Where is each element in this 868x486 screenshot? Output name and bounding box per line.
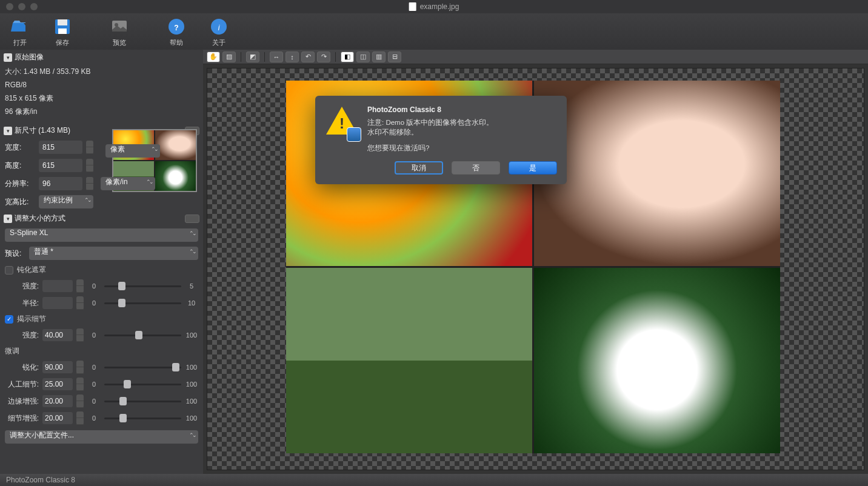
- sharpness-slider[interactable]: [104, 361, 181, 373]
- original-mode: RGB/8: [0, 78, 203, 92]
- view-split-double-button[interactable]: ▥: [372, 52, 386, 62]
- height-row: 高度:: [0, 156, 203, 175]
- save-button[interactable]: 保存: [47, 16, 78, 47]
- um-intensity-slider[interactable]: [104, 280, 181, 292]
- preset-row: 预设: 普通 *: [0, 244, 203, 262]
- width-row: 宽度:: [0, 138, 203, 156]
- rotate-ccw-button[interactable]: ↶: [301, 52, 315, 62]
- chevron-down-icon[interactable]: ▾: [4, 53, 12, 62]
- artificial-input[interactable]: [42, 378, 73, 390]
- close-window-icon[interactable]: [6, 3, 13, 10]
- save-label: 保存: [56, 38, 69, 47]
- unsharp-mask-row: 钝化遮罩: [0, 262, 203, 278]
- flip-h-button[interactable]: ↔: [270, 52, 283, 62]
- dialog-no-button[interactable]: 否: [452, 161, 500, 175]
- um-radius-stepper[interactable]: [76, 296, 84, 310]
- resize-profile-select[interactable]: 调整大小配置文件...: [5, 430, 198, 444]
- preset-select[interactable]: 普通 *: [29, 247, 198, 260]
- zoom-window-icon[interactable]: [30, 3, 38, 10]
- detail-boost-input[interactable]: [42, 412, 73, 424]
- resolution-unit-select[interactable]: 像素/in: [101, 177, 155, 190]
- crop-tool-button[interactable]: ◩: [246, 52, 259, 62]
- aspect-select[interactable]: 约束比例: [39, 195, 93, 208]
- detail-boost-stepper[interactable]: [76, 411, 84, 425]
- help-icon: ?: [166, 16, 187, 37]
- view-single-button[interactable]: ◧: [341, 52, 354, 62]
- finetune-label: 微调: [5, 346, 19, 356]
- section-method-header[interactable]: ▾ 调整大小的方式: [0, 211, 203, 226]
- save-icon: [52, 16, 73, 37]
- resolution-stepper[interactable]: [86, 177, 93, 190]
- rd-intensity-stepper[interactable]: [76, 328, 84, 342]
- svg-rect-1: [58, 19, 67, 25]
- width-input[interactable]: [39, 141, 82, 154]
- sharpness-label: 锐化:: [5, 362, 39, 373]
- height-label: 高度:: [5, 161, 35, 171]
- window-title: example.jpg: [409, 2, 459, 11]
- reveal-detail-label: 揭示细节: [17, 314, 46, 324]
- chevron-down-icon[interactable]: ▾: [4, 127, 12, 135]
- original-size: 大小: 1.43 MB / 353.79 KB: [0, 65, 203, 78]
- help-label: 帮助: [170, 38, 183, 47]
- view-split-h-button[interactable]: ⊟: [388, 52, 401, 62]
- um-radius-input[interactable]: [42, 297, 73, 309]
- algorithm-select[interactable]: S-Spline XL: [5, 228, 198, 242]
- open-button[interactable]: 打开: [5, 16, 35, 47]
- reveal-detail-checkbox[interactable]: ✓: [5, 315, 13, 324]
- rd-intensity-slider[interactable]: [104, 329, 181, 341]
- unit-select[interactable]: 像素: [105, 144, 160, 158]
- edge-boost-label: 边缘增强:: [5, 396, 39, 407]
- aspect-label: 宽高比:: [5, 197, 35, 207]
- warning-icon: !: [325, 105, 359, 139]
- dialog-cancel-button[interactable]: 取消: [395, 161, 443, 175]
- height-stepper[interactable]: [86, 159, 93, 172]
- view-split-v-button[interactable]: ◫: [356, 52, 370, 62]
- rd-intensity-input[interactable]: [42, 329, 73, 341]
- preview-button[interactable]: 预览: [104, 16, 135, 47]
- edge-boost-row: 边缘增强: 0 100: [0, 393, 203, 410]
- original-dimensions: 815 x 615 像素: [0, 92, 203, 105]
- about-label: 关于: [212, 38, 225, 47]
- um-radius-slider[interactable]: [104, 297, 181, 309]
- detail-boost-slider[interactable]: [104, 412, 181, 424]
- edge-boost-input[interactable]: [42, 395, 73, 407]
- um-radius-label: 半径:: [5, 298, 39, 308]
- main-toolbar: 打开 保存 预览 ? 帮助 i 关于: [0, 13, 868, 50]
- rotate-cw-button[interactable]: ↷: [317, 52, 330, 62]
- edge-boost-stepper[interactable]: [76, 394, 84, 408]
- artificial-stepper[interactable]: [76, 378, 84, 391]
- chevron-down-icon[interactable]: ▾: [4, 215, 12, 223]
- help-button[interactable]: ? 帮助: [161, 16, 192, 47]
- minimize-window-icon[interactable]: [18, 3, 25, 10]
- hand-tool-button[interactable]: ✋: [207, 52, 220, 62]
- width-stepper[interactable]: [86, 141, 93, 154]
- preset-label: 预设:: [5, 248, 25, 259]
- edge-boost-slider[interactable]: [104, 395, 181, 407]
- sharpness-stepper[interactable]: [76, 361, 84, 374]
- marquee-tool-button[interactable]: ▨: [222, 52, 236, 62]
- image-quadrant-frog: [286, 268, 532, 453]
- reveal-detail-row: ✓ 揭示细节: [0, 311, 203, 327]
- sharpness-input[interactable]: [42, 361, 73, 373]
- finetune-header: 微调: [0, 344, 203, 359]
- dialog-line2: 水印不能移除。: [367, 127, 557, 137]
- about-button[interactable]: i 关于: [204, 16, 234, 47]
- flip-v-button[interactable]: ↕: [285, 52, 299, 62]
- dialog-line1: 注意: Demo 版本中的图像将包含水印。: [367, 118, 557, 127]
- window-controls[interactable]: [6, 3, 38, 10]
- unsharp-mask-label: 钝化遮罩: [17, 265, 46, 275]
- separator: [335, 52, 336, 62]
- section-original-header[interactable]: ▾ 原始图像: [0, 50, 203, 65]
- height-input[interactable]: [39, 159, 82, 172]
- um-intensity-stepper[interactable]: [76, 279, 84, 293]
- artificial-slider[interactable]: [104, 378, 181, 390]
- activation-dialog: ! PhotoZoom Classic 8 注意: Demo 版本中的图像将包含…: [315, 96, 567, 184]
- window-title-text: example.jpg: [420, 2, 459, 11]
- dialog-yes-button[interactable]: 是: [509, 161, 557, 175]
- um-intensity-input[interactable]: [42, 280, 73, 292]
- unsharp-mask-checkbox[interactable]: [5, 266, 13, 275]
- rd-intensity-row: 强度: 0 100: [0, 327, 203, 344]
- resolution-input[interactable]: [39, 177, 82, 190]
- canvas-toolbar: ✋ ▨ ◩ ↔ ↕ ↶ ↷ ◧ ◫ ▥ ⊟: [203, 50, 868, 64]
- method-options-button[interactable]: [185, 215, 199, 223]
